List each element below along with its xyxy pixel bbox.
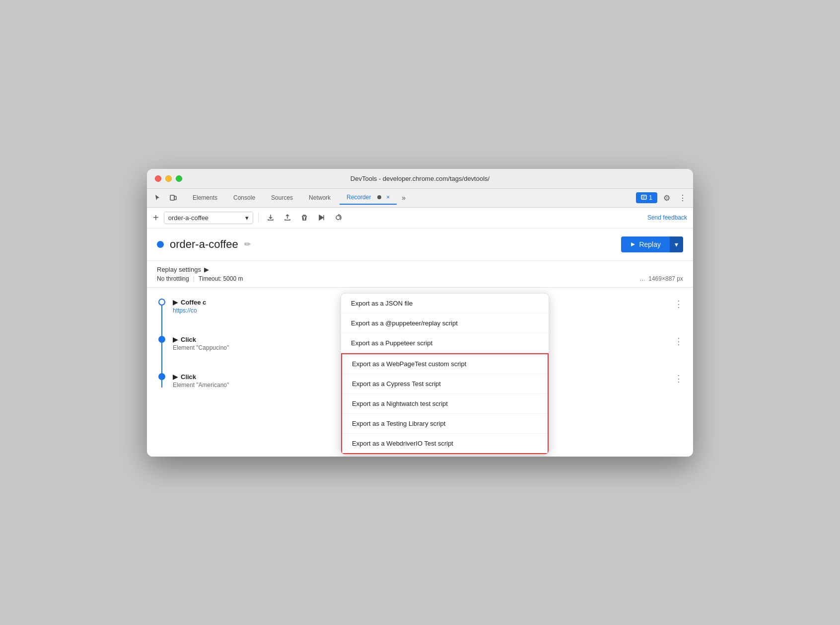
export-nightwatch-item[interactable]: Export as a Nightwatch test script <box>342 394 548 414</box>
replay-section: Replay ▾ <box>621 236 683 252</box>
tab-bar: Elements Console Sources Network Recorde… <box>147 189 693 208</box>
export-testing-library-item[interactable]: Export as a Testing Library script <box>342 414 548 434</box>
close-button[interactable] <box>155 175 161 182</box>
svg-rect-1 <box>174 196 176 200</box>
toolbar-separator-1 <box>258 213 259 223</box>
content-area: order-a-coffee ✏ Replay ▾ Replay setting… <box>147 229 693 457</box>
settings-icon[interactable]: ⚙ <box>660 191 673 204</box>
svg-point-7 <box>336 216 340 220</box>
title-bar: DevTools - developer.chrome.com/tags/dev… <box>147 169 693 189</box>
svg-point-2 <box>377 195 381 199</box>
step-1-more-icon[interactable]: ⋮ <box>674 299 683 310</box>
tab-close[interactable]: × <box>386 194 390 201</box>
export-dropdown-menu: Export as a JSON file Export as a @puppe… <box>341 293 549 455</box>
tab-right-section: 1 ⚙ ⋮ <box>636 191 689 204</box>
replay-button[interactable]: Replay <box>621 236 670 252</box>
recording-status-dot <box>157 241 164 248</box>
window-title: DevTools - developer.chrome.com/tags/dev… <box>350 175 490 182</box>
step-3-circle <box>158 373 165 380</box>
tab-console[interactable]: Console <box>226 191 262 204</box>
export-cypress-item[interactable]: Export as a Cypress Test script <box>342 374 548 394</box>
tab-more[interactable]: » <box>399 192 409 204</box>
step-2-more-icon[interactable]: ⋮ <box>674 336 683 347</box>
traffic-lights <box>155 175 182 182</box>
step-1-circle <box>158 299 165 306</box>
send-feedback-link[interactable]: Send feedback <box>647 214 687 221</box>
environment-info: … 1469×887 px <box>639 275 683 282</box>
tab-sources[interactable]: Sources <box>264 191 300 204</box>
maximize-button[interactable] <box>176 175 182 182</box>
export-puppeteer-replay-item[interactable]: Export as a @puppeteer/replay script <box>341 313 549 333</box>
export-plugin-group: Export as a WebPageTest custom script Ex… <box>341 353 549 454</box>
step-2-timeline <box>157 336 167 343</box>
export-webdriverio-item[interactable]: Export as a WebdriverIO Test script <box>342 434 548 453</box>
replay-dropdown-button[interactable]: ▾ <box>670 236 683 252</box>
tab-elements[interactable]: Elements <box>186 191 224 204</box>
step-3-timeline <box>157 373 167 380</box>
export-puppeteer-item[interactable]: Export as a Puppeteer script <box>341 333 549 353</box>
settings-details: No throttling | Timeout: 5000 m … 1469×8… <box>157 275 683 282</box>
notification-button[interactable]: 1 <box>636 192 657 203</box>
export-json-item[interactable]: Export as a JSON file <box>341 294 549 313</box>
delete-icon[interactable] <box>297 211 311 225</box>
recording-title: order-a-coffee <box>170 238 238 251</box>
devtools-window: DevTools - developer.chrome.com/tags/dev… <box>147 169 693 457</box>
cursor-icon[interactable] <box>151 191 164 204</box>
more-options-icon[interactable]: ⋮ <box>676 191 689 204</box>
minimize-button[interactable] <box>165 175 172 182</box>
replay-settings-title[interactable]: Replay settings ▶ <box>157 266 683 273</box>
settings-row: Replay settings ▶ No throttling | Timeou… <box>147 261 693 288</box>
edit-recording-name-icon[interactable]: ✏ <box>244 239 251 249</box>
recording-selector[interactable]: order-a-coffee ▾ <box>164 212 253 224</box>
devtools-icons <box>151 191 180 204</box>
device-icon[interactable] <box>167 191 180 204</box>
play-step-icon[interactable] <box>314 211 328 225</box>
record-icon[interactable] <box>331 211 345 225</box>
export-webpagetest-item[interactable]: Export as a WebPageTest custom script <box>342 354 548 374</box>
recording-header: order-a-coffee ✏ Replay ▾ <box>147 229 693 261</box>
add-recording-button[interactable]: + <box>153 212 159 224</box>
step-3-more-icon[interactable]: ⋮ <box>674 373 683 384</box>
svg-rect-3 <box>641 195 646 199</box>
export-icon[interactable] <box>264 211 278 225</box>
toolbar: + order-a-coffee ▾ <box>147 208 693 229</box>
tab-network[interactable]: Network <box>302 191 338 204</box>
step-2-circle <box>158 336 165 343</box>
svg-rect-0 <box>170 195 174 200</box>
import-icon[interactable] <box>280 211 294 225</box>
tab-recorder[interactable]: Recorder × <box>340 191 397 205</box>
export-dropdown-overlay: Export as a JSON file Export as a @puppe… <box>341 293 549 455</box>
step-1-timeline <box>157 299 167 306</box>
